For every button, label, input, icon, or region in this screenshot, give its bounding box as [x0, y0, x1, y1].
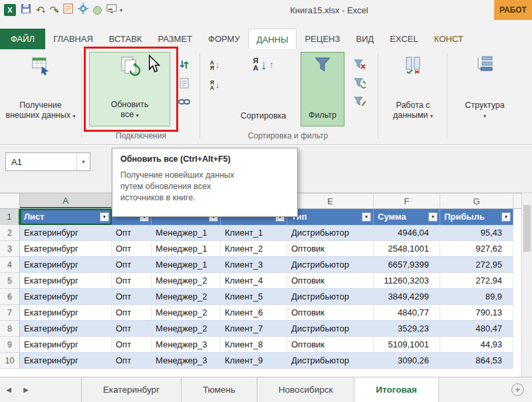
- scrollbar-thumb[interactable]: [523, 205, 531, 252]
- table-cell[interactable]: 95,43: [440, 225, 513, 241]
- table-cell[interactable]: Клиент_9: [221, 353, 287, 369]
- sheet-tab[interactable]: Тюмень: [182, 377, 257, 402]
- table-cell[interactable]: Екатеринбург: [20, 337, 112, 353]
- table-cell[interactable]: Менеджер_1: [152, 241, 221, 257]
- row-header-7[interactable]: 7: [0, 305, 20, 321]
- ribbon-tab[interactable]: ФОРМУ: [200, 29, 248, 49]
- table-cell[interactable]: 3849,4299: [374, 289, 440, 305]
- table-cell[interactable]: Клиент_4: [221, 273, 287, 289]
- ribbon-tab[interactable]: EXCEL: [382, 29, 426, 49]
- filter-dropdown-button[interactable]: ▾: [428, 212, 438, 222]
- row-header-10[interactable]: 10: [0, 353, 20, 369]
- row-header-8[interactable]: 8: [0, 321, 20, 337]
- column-header-E[interactable]: E: [287, 194, 374, 208]
- table-cell[interactable]: Екатеринбург: [20, 289, 112, 305]
- save-button[interactable]: [21, 3, 31, 17]
- table-cell[interactable]: Опт: [112, 289, 152, 305]
- table-cell[interactable]: Опт: [112, 321, 152, 337]
- table-cell[interactable]: Менеджер_2: [152, 305, 221, 321]
- presentation-button[interactable]: [106, 4, 117, 16]
- table-cell[interactable]: Клиент_8: [221, 337, 287, 353]
- table-cell[interactable]: 6657,9399: [374, 257, 440, 273]
- next-sheet-button[interactable]: ▶: [17, 377, 35, 402]
- table-cell[interactable]: 5109,1001: [374, 337, 440, 353]
- table-cell[interactable]: Екатеринбург: [20, 225, 112, 241]
- table-cell[interactable]: Клиент_1: [221, 225, 287, 241]
- table-cell[interactable]: Опт: [112, 353, 152, 369]
- ribbon-tab[interactable]: ВИД: [348, 29, 382, 49]
- table-header-cell[interactable]: Тип▾: [287, 209, 374, 225]
- table-cell[interactable]: Дистрибьютор: [287, 257, 374, 273]
- filter-dropdown-button[interactable]: ▾: [501, 212, 511, 222]
- table-cell[interactable]: Менеджер_1: [152, 225, 221, 241]
- table-cell[interactable]: Менеджер_1: [152, 257, 221, 273]
- table-cell[interactable]: Опт: [112, 241, 152, 257]
- table-cell[interactable]: 11260,3203: [374, 273, 440, 289]
- table-cell[interactable]: Екатеринбург: [20, 273, 112, 289]
- table-cell[interactable]: Оптовик: [287, 305, 374, 321]
- table-cell[interactable]: Оптовик: [287, 273, 374, 289]
- vertical-scrollbar[interactable]: [521, 193, 532, 377]
- table-cell[interactable]: Опт: [112, 225, 152, 241]
- sheet-tab[interactable]: Итоговая: [354, 377, 439, 402]
- filter-dropdown-button[interactable]: ▾: [362, 212, 371, 222]
- table-cell[interactable]: Менеджер_2: [152, 289, 221, 305]
- table-cell[interactable]: 480,47: [440, 321, 513, 337]
- table-cell[interactable]: 864,53: [440, 353, 513, 369]
- table-cell[interactable]: Дистрибьютор: [287, 321, 374, 337]
- select-all-corner[interactable]: [0, 194, 20, 208]
- sort-button[interactable]: ЯА ↓ ↑ Сортировка: [231, 52, 295, 126]
- table-cell[interactable]: 89,9: [440, 289, 513, 305]
- table-header-cell[interactable]: Прибыль▾: [440, 209, 513, 225]
- table-cell[interactable]: 44,93: [440, 337, 513, 353]
- name-box[interactable]: A1 ▾: [5, 152, 90, 171]
- row-header-9[interactable]: 9: [0, 337, 20, 353]
- redo-dropdown[interactable]: ▾: [56, 9, 59, 15]
- ribbon-tab[interactable]: ФАЙЛ: [0, 29, 45, 49]
- settings-button[interactable]: [78, 3, 88, 17]
- table-cell[interactable]: Клиент_2: [221, 241, 287, 257]
- data-tools-button[interactable]: Работа сданными ▾: [382, 52, 444, 126]
- outline-button[interactable]: Структура▾: [451, 52, 519, 126]
- column-header-F[interactable]: F: [374, 194, 440, 208]
- table-header-cell[interactable]: Сумма▾: [374, 209, 440, 225]
- advanced-filter-button[interactable]: [350, 93, 370, 110]
- table-cell[interactable]: 2548,1001: [374, 241, 440, 257]
- table-cell[interactable]: Опт: [112, 257, 152, 273]
- table-cell[interactable]: Екатеринбург: [20, 305, 112, 321]
- redo-button[interactable]: ↷▾: [50, 4, 59, 16]
- table-cell[interactable]: Опт: [112, 273, 152, 289]
- table-cell[interactable]: 272,95: [440, 257, 513, 273]
- table-cell[interactable]: Дистрибьютор: [287, 225, 374, 241]
- table-cell[interactable]: Дистрибьютор: [287, 353, 374, 369]
- undo-dropdown[interactable]: ▾: [43, 9, 45, 15]
- filter-button[interactable]: Фильтр: [301, 52, 344, 126]
- name-box-dropdown[interactable]: ▾: [76, 153, 90, 170]
- row-header-6[interactable]: 6: [0, 289, 20, 305]
- table-cell[interactable]: Клиент_7: [221, 321, 287, 337]
- table-cell[interactable]: Опт: [112, 305, 152, 321]
- table-cell[interactable]: Екатеринбург: [20, 353, 112, 369]
- row-header-3[interactable]: 3: [0, 241, 20, 257]
- prev-sheet-button[interactable]: ◀: [0, 377, 17, 402]
- table-cell[interactable]: Опт: [112, 337, 152, 353]
- table-cell[interactable]: Менеджер_2: [152, 321, 221, 337]
- document-button[interactable]: [63, 3, 73, 17]
- clear-filter-button[interactable]: [350, 56, 370, 73]
- undo-button[interactable]: ↶▾: [36, 4, 45, 16]
- table-cell[interactable]: 3529,23: [374, 321, 440, 337]
- table-cell[interactable]: Менеджер_3: [152, 353, 221, 369]
- table-cell[interactable]: Клиент_5: [221, 289, 287, 305]
- sort-ascending-button[interactable]: АЯ ↓: [203, 56, 226, 74]
- ribbon-tab[interactable]: КОНСТ: [426, 29, 471, 49]
- table-cell[interactable]: Менеджер_3: [152, 337, 221, 353]
- table-cell[interactable]: Дистрибьютор: [287, 289, 374, 305]
- get-external-data-button[interactable]: Получениевнешних данных ▾: [3, 52, 78, 126]
- table-cell[interactable]: Менеджер_2: [152, 273, 221, 289]
- row-header-2[interactable]: 2: [0, 225, 20, 241]
- reapply-filter-button[interactable]: [350, 75, 370, 92]
- table-cell[interactable]: Екатеринбург: [20, 257, 112, 273]
- new-sheet-button[interactable]: +: [511, 383, 524, 396]
- table-cell[interactable]: Екатеринбург: [20, 321, 112, 337]
- ribbon-tab[interactable]: ДАННЫ: [248, 29, 297, 49]
